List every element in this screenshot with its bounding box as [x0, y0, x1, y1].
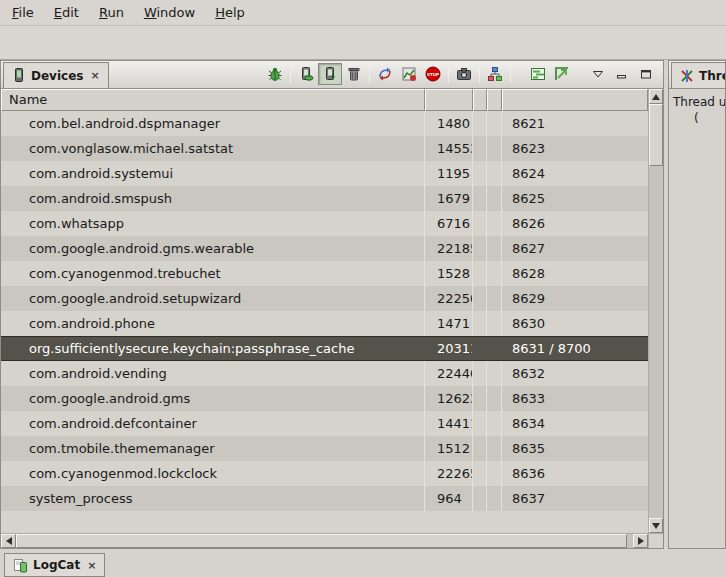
table-row[interactable]: org.sufficientlysecure.keychain:passphra… — [1, 336, 648, 361]
horizontal-scroll-thumb[interactable] — [16, 534, 627, 548]
table-row[interactable]: com.vonglasow.michael.satstat 14553 8623 — [1, 136, 648, 161]
right-arrow-icon — [638, 537, 644, 545]
process-port: 8633 — [502, 386, 648, 411]
ddms-window: FileEditRunWindowHelp Devices × STOP Nam… — [0, 0, 726, 577]
process-port: 8635 — [502, 436, 648, 461]
process-name: com.cyanogenmod.trebuchet — [1, 261, 425, 286]
menu-run[interactable]: Run — [89, 2, 134, 23]
left-arrow-icon — [6, 537, 12, 545]
stop-process-icon[interactable]: STOP — [421, 63, 445, 85]
menu-file[interactable]: File — [2, 2, 44, 23]
tab-logcat[interactable]: LogCat × — [4, 553, 105, 577]
horizontal-scrollbar[interactable] — [1, 533, 663, 548]
table-row[interactable]: com.cyanogenmod.trebuchet 1528 8628 — [1, 261, 648, 286]
menu-window[interactable]: Window — [134, 2, 205, 23]
column-header-name[interactable]: Name — [1, 89, 425, 111]
vertical-scroll-thumb[interactable] — [649, 104, 663, 166]
process-name: com.android.smspush — [1, 186, 425, 211]
table-row[interactable]: com.whatsapp 6716 8626 — [1, 211, 648, 236]
close-icon[interactable]: × — [87, 559, 96, 572]
dump-hprof-icon[interactable] — [318, 63, 342, 85]
table-row[interactable]: com.android.systemui 1195 8624 — [1, 161, 648, 186]
cause-gc-icon[interactable] — [342, 63, 366, 85]
column-header-blank-1[interactable] — [473, 89, 487, 111]
table-row[interactable]: com.google.android.gms 12623 8633 — [1, 386, 648, 411]
tab-logcat-label: LogCat — [33, 558, 80, 572]
table-row[interactable]: com.google.android.setupwizard 22250 862… — [1, 286, 648, 311]
devices-toolbar: STOP — [263, 63, 663, 88]
table-row[interactable]: com.cyanogenmod.lockclock 22265 8636 — [1, 461, 648, 486]
capture-systrace-icon[interactable] — [526, 63, 550, 85]
toolbar-separator — [369, 65, 370, 83]
threads-message-line2: ( — [673, 110, 725, 126]
process-name: com.android.systemui — [1, 161, 425, 186]
maximize-icon[interactable] — [634, 63, 658, 85]
menu-help[interactable]: Help — [205, 2, 255, 23]
process-name: com.google.android.gms.wearable — [1, 236, 425, 261]
process-pid: 20311 — [425, 337, 473, 360]
close-icon[interactable]: × — [90, 69, 99, 82]
threads-message: Thread up ( — [669, 89, 725, 126]
column-header-blank-2[interactable] — [487, 89, 502, 111]
process-pid: 1195 — [425, 161, 473, 186]
process-name: com.android.phone — [1, 311, 425, 336]
start-opengl-trace-icon[interactable] — [550, 63, 574, 85]
debug-process-icon[interactable] — [263, 63, 287, 85]
toolbar-separator — [290, 65, 291, 83]
scroll-down-button[interactable] — [649, 518, 663, 533]
column-header-port[interactable] — [502, 89, 648, 111]
process-name: org.sufficientlysecure.keychain:passphra… — [1, 337, 425, 360]
process-pid: 1512 — [425, 436, 473, 461]
device-table: Name com.bel.android.dspmanager 1480 862… — [1, 89, 663, 533]
process-pid: 1480 — [425, 111, 473, 136]
vertical-scrollbar[interactable] — [648, 89, 663, 533]
screen-capture-icon[interactable] — [452, 63, 476, 85]
table-row[interactable]: com.bel.android.dspmanager 1480 8621 — [1, 111, 648, 136]
process-port: 8628 — [502, 261, 648, 286]
tab-devices[interactable]: Devices × — [3, 62, 109, 88]
main-toolbar — [0, 26, 726, 60]
toolbar-separator — [510, 65, 511, 83]
table-row[interactable]: com.android.vending 22440 8632 — [1, 361, 648, 386]
bottom-tab-bar: LogCat × — [0, 549, 726, 577]
start-method-profiling-icon[interactable] — [397, 63, 421, 85]
process-pid: 6716 — [425, 211, 473, 236]
column-header-pid[interactable] — [425, 89, 473, 111]
menu-edit[interactable]: Edit — [44, 2, 89, 23]
main-area: Devices × STOP Name com.bel.android.dspm… — [0, 60, 726, 549]
view-menu-icon[interactable] — [586, 63, 610, 85]
tab-threads[interactable]: Threa — [671, 62, 725, 88]
dump-view-hierarchy-icon[interactable] — [483, 63, 507, 85]
process-pid: 1679 — [425, 186, 473, 211]
tab-threads-label: Threa — [699, 69, 725, 83]
process-port: 8630 — [502, 311, 648, 336]
process-name: com.tmobile.thememanager — [1, 436, 425, 461]
process-pid: 14553 — [425, 136, 473, 161]
scroll-right-button[interactable] — [633, 534, 648, 548]
update-threads-icon[interactable] — [373, 63, 397, 85]
scroll-up-button[interactable] — [649, 89, 663, 104]
table-row[interactable]: com.android.phone 1471 8630 — [1, 311, 648, 336]
process-name: system_process — [1, 486, 425, 511]
process-pid: 22185 — [425, 236, 473, 261]
threads-message-line1: Thread up — [673, 94, 725, 110]
update-heap-icon[interactable] — [294, 63, 318, 85]
toolbar-separator — [479, 65, 480, 83]
table-row[interactable]: system_process 964 8637 — [1, 486, 648, 511]
process-port: 8621 — [502, 111, 648, 136]
process-port: 8636 — [502, 461, 648, 486]
process-port: 8627 — [502, 236, 648, 261]
process-name: com.whatsapp — [1, 211, 425, 236]
process-port: 8623 — [502, 136, 648, 161]
process-port: 8624 — [502, 161, 648, 186]
table-row[interactable]: com.google.android.gms.wearable 22185 86… — [1, 236, 648, 261]
vertical-scroll-track[interactable] — [649, 166, 663, 518]
table-header: Name — [1, 89, 648, 111]
table-row[interactable]: com.android.smspush 1679 8625 — [1, 186, 648, 211]
device-table-body: com.bel.android.dspmanager 1480 8621 com… — [1, 111, 648, 533]
menu-bar: FileEditRunWindowHelp — [0, 0, 726, 26]
table-row[interactable]: com.tmobile.thememanager 1512 8635 — [1, 436, 648, 461]
minimize-icon[interactable] — [610, 63, 634, 85]
scroll-left-button[interactable] — [1, 534, 16, 548]
table-row[interactable]: com.android.defcontainer 14411 8634 — [1, 411, 648, 436]
